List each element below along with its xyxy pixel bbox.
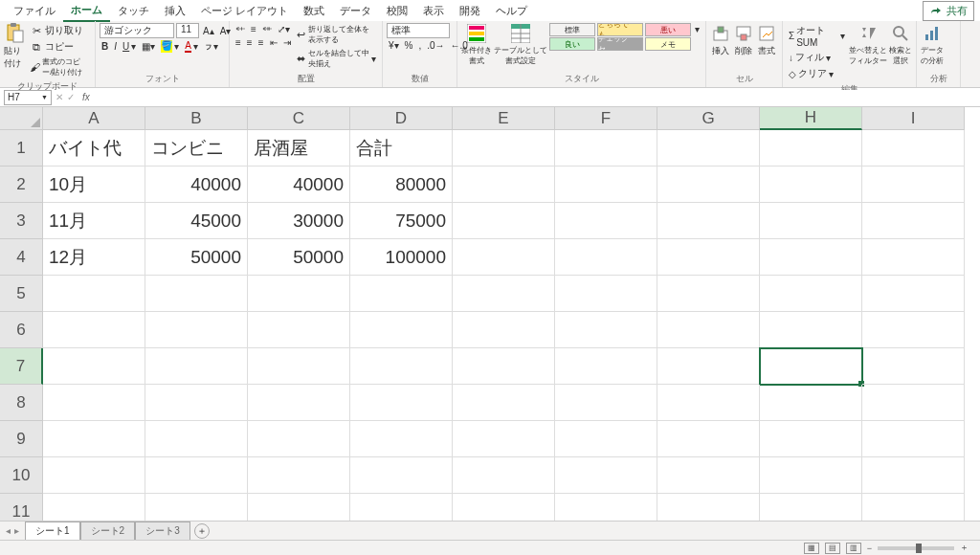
cell-E1[interactable] bbox=[453, 130, 555, 166]
cell-F7[interactable] bbox=[555, 348, 657, 385]
cell-G8[interactable] bbox=[657, 385, 760, 421]
insert-cells-icon[interactable] bbox=[710, 23, 731, 44]
sheet-nav-last[interactable]: ▸ bbox=[14, 525, 19, 536]
cell-G3[interactable] bbox=[657, 203, 760, 239]
cell-A8[interactable] bbox=[43, 385, 145, 421]
conditional-format-icon[interactable] bbox=[466, 23, 487, 44]
cell-B9[interactable] bbox=[145, 421, 248, 457]
italic-button[interactable]: I bbox=[112, 40, 119, 53]
styles-more-button[interactable]: ▾ bbox=[693, 23, 702, 35]
share-button[interactable]: 共有 bbox=[923, 1, 974, 21]
style-memo[interactable]: メモ bbox=[645, 37, 691, 51]
view-pagelayout-button[interactable]: ▤ bbox=[825, 543, 840, 554]
cell-A3[interactable]: 11月 bbox=[43, 203, 145, 239]
row-head-4[interactable]: 4 bbox=[0, 239, 43, 276]
row-head-10[interactable]: 10 bbox=[0, 457, 43, 494]
cell-C5[interactable] bbox=[248, 276, 350, 312]
cell-A10[interactable] bbox=[43, 457, 145, 494]
row-head-1[interactable]: 1 bbox=[0, 130, 43, 166]
cell-A2[interactable]: 10月 bbox=[43, 166, 145, 203]
cell-C1[interactable]: 居酒屋 bbox=[248, 130, 350, 166]
col-head-C[interactable]: C bbox=[248, 107, 350, 130]
increase-indent-button[interactable]: ⇥ bbox=[281, 36, 293, 49]
find-select-icon[interactable] bbox=[890, 23, 911, 44]
cell-H9[interactable] bbox=[760, 421, 862, 457]
cell-H5[interactable] bbox=[760, 276, 862, 312]
cell-F10[interactable] bbox=[555, 457, 657, 494]
cell-B6[interactable] bbox=[145, 312, 248, 348]
sheet-tab-1[interactable]: シート1 bbox=[25, 522, 80, 540]
cell-H8[interactable] bbox=[760, 385, 862, 421]
copy-button[interactable]: ⧉コピー bbox=[28, 39, 91, 55]
align-right-button[interactable]: ≡ bbox=[256, 36, 266, 49]
cell-G5[interactable] bbox=[657, 276, 760, 312]
cell-B10[interactable] bbox=[145, 457, 248, 494]
cell-H6[interactable] bbox=[760, 312, 862, 348]
cell-A5[interactable] bbox=[43, 276, 145, 312]
cell-F5[interactable] bbox=[555, 276, 657, 312]
cell-A4[interactable]: 12月 bbox=[43, 239, 145, 276]
align-center-button[interactable]: ≡ bbox=[245, 36, 255, 49]
cell-F3[interactable] bbox=[555, 203, 657, 239]
style-good[interactable]: 良い bbox=[549, 37, 595, 51]
col-head-I[interactable]: I bbox=[862, 107, 965, 130]
orientation-button[interactable]: ⤢▾ bbox=[276, 23, 292, 35]
sort-filter-icon[interactable] bbox=[858, 23, 879, 44]
currency-button[interactable]: ¥▾ bbox=[387, 39, 401, 52]
cell-D3[interactable]: 75000 bbox=[350, 203, 453, 239]
row-head-9[interactable]: 9 bbox=[0, 421, 43, 457]
cell-I5[interactable] bbox=[862, 276, 965, 312]
font-name-select[interactable]: 游ゴシック bbox=[100, 23, 174, 38]
cell-H4[interactable] bbox=[760, 239, 862, 276]
col-head-D[interactable]: D bbox=[350, 107, 453, 130]
decrease-indent-button[interactable]: ⇤ bbox=[268, 36, 279, 49]
cell-E9[interactable] bbox=[453, 421, 555, 457]
row-head-5[interactable]: 5 bbox=[0, 276, 43, 312]
tab-developer[interactable]: 開発 bbox=[452, 1, 488, 21]
cell-C10[interactable] bbox=[248, 457, 350, 494]
align-top-button[interactable]: ⬴ bbox=[234, 23, 247, 35]
cell-D9[interactable] bbox=[350, 421, 453, 457]
name-box[interactable]: H7▼ bbox=[4, 90, 52, 105]
font-size-select[interactable]: 11 bbox=[176, 23, 199, 38]
sheet-nav-first[interactable]: ◂ bbox=[6, 525, 11, 536]
tab-touch[interactable]: タッチ bbox=[110, 1, 157, 21]
cell-D6[interactable] bbox=[350, 312, 453, 348]
cell-E7[interactable] bbox=[453, 348, 555, 385]
cell-G10[interactable] bbox=[657, 457, 760, 494]
cell-A9[interactable] bbox=[43, 421, 145, 457]
cell-F1[interactable] bbox=[555, 130, 657, 166]
cell-I7[interactable] bbox=[862, 348, 965, 385]
format-as-table-icon[interactable] bbox=[510, 23, 531, 44]
cell-E4[interactable] bbox=[453, 239, 555, 276]
font-color-button[interactable]: A▾ bbox=[183, 39, 200, 54]
cell-F6[interactable] bbox=[555, 312, 657, 348]
cell-D8[interactable] bbox=[350, 385, 453, 421]
cell-D2[interactable]: 80000 bbox=[350, 166, 453, 203]
cell-B4[interactable]: 50000 bbox=[145, 239, 248, 276]
analyze-data-icon[interactable] bbox=[922, 23, 943, 44]
cell-C4[interactable]: 50000 bbox=[248, 239, 350, 276]
inc-decimal-button[interactable]: .0→ bbox=[425, 39, 446, 52]
view-normal-button[interactable]: ▦ bbox=[804, 543, 819, 554]
cell-I3[interactable] bbox=[862, 203, 965, 239]
cell-I6[interactable] bbox=[862, 312, 965, 348]
phonetic-button[interactable]: ㇷ▾ bbox=[202, 40, 220, 53]
fill-color-button[interactable]: 🪣▾ bbox=[159, 39, 181, 54]
cell-B5[interactable] bbox=[145, 276, 248, 312]
cell-G9[interactable] bbox=[657, 421, 760, 457]
col-head-A[interactable]: A bbox=[43, 107, 145, 130]
cell-B3[interactable]: 45000 bbox=[145, 203, 248, 239]
percent-button[interactable]: % bbox=[403, 39, 415, 52]
number-format-select[interactable]: 標準 bbox=[387, 23, 450, 38]
row-head-7[interactable]: 7 bbox=[0, 348, 43, 385]
cell-I1[interactable] bbox=[862, 130, 965, 166]
cell-C2[interactable]: 40000 bbox=[248, 166, 350, 203]
fx-icon[interactable]: fx bbox=[78, 92, 94, 102]
style-normal[interactable]: 標準 bbox=[549, 23, 595, 36]
cell-H3[interactable] bbox=[760, 203, 862, 239]
cell-I9[interactable] bbox=[862, 421, 965, 457]
cell-I8[interactable] bbox=[862, 385, 965, 421]
cell-B1[interactable]: コンビニ bbox=[145, 130, 248, 166]
cell-E6[interactable] bbox=[453, 312, 555, 348]
